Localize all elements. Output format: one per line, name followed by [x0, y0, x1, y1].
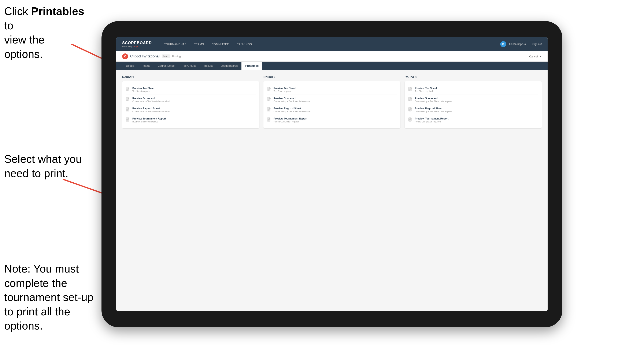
print-item-text-wrap: Preview Raguzzi SheetCourse setup + Tee … [132, 107, 170, 113]
document-icon [267, 107, 272, 113]
document-icon [408, 97, 413, 103]
document-icon [126, 117, 130, 123]
print-item-text-wrap: Preview ScorecardCourse setup + Tee Shee… [132, 97, 170, 103]
nav-committee[interactable]: COMMITTEE [208, 41, 233, 47]
powered-by-text: Powered by clippd [122, 45, 152, 47]
print-item-subtitle: Round Completion required [132, 121, 166, 123]
round-section-3: Round 3 Preview Tee SheetTee Sheet requi… [405, 75, 542, 128]
print-item-subtitle: Course setup + Tee Sheet data required [274, 110, 311, 113]
round-1-item-4[interactable]: Preview Tournament ReportRound Completio… [126, 115, 256, 125]
print-item-text-wrap: Preview ScorecardCourse setup + Tee Shee… [415, 97, 452, 103]
tablet-screen: SCOREBOARD Powered by clippd TOURNAMENTS… [116, 37, 548, 311]
cancel-button[interactable]: Cancel ✕ [529, 55, 542, 58]
print-item-subtitle: Course setup + Tee Sheet data required [132, 110, 170, 113]
header-right: B blair@clippd.io | Sign out [500, 41, 542, 47]
tab-teams[interactable]: Teams [138, 62, 154, 70]
document-icon [267, 97, 272, 103]
round-3-title: Round 3 [405, 75, 542, 79]
print-item-text-wrap: Preview Tee SheetTee Sheet required [415, 87, 437, 92]
round-1-item-3[interactable]: Preview Raguzzi SheetCourse setup + Tee … [126, 105, 256, 115]
round-1-item-2[interactable]: Preview ScorecardCourse setup + Tee Shee… [126, 95, 256, 105]
tablet-frame: SCOREBOARD Powered by clippd TOURNAMENTS… [102, 21, 562, 327]
print-item-text-wrap: Preview Tee SheetTee Sheet required [274, 87, 296, 92]
sign-out-link[interactable]: Sign out [532, 43, 542, 46]
round-2-card: Preview Tee SheetTee Sheet required Prev… [264, 81, 400, 128]
tournament-name: Clippd Invitational [130, 54, 160, 58]
round-1-title: Round 1 [122, 75, 259, 79]
tab-leaderboards[interactable]: Leaderboards [217, 62, 242, 70]
nav-tournaments[interactable]: TOURNAMENTS [160, 41, 190, 47]
main-content: Round 1 Preview Tee SheetTee Sheet requi… [116, 70, 548, 311]
tournament-header: C Clippd Invitational Men Hosting Cancel… [116, 51, 548, 62]
print-item-text-wrap: Preview Tournament ReportRound Completio… [274, 117, 307, 123]
tournament-logo: C [122, 53, 128, 59]
main-nav: TOURNAMENTS TEAMS COMMITTEE RANKINGS [160, 41, 500, 47]
print-item-title: Preview Tournament Report [132, 117, 166, 120]
hosting-badge: Hosting [172, 55, 181, 58]
brand-name: clippd [133, 45, 138, 47]
header-separator: | [529, 43, 530, 46]
print-item-subtitle: Round Completion required [415, 121, 448, 123]
print-item-text-wrap: Preview Tee SheetTee Sheet required [132, 87, 154, 92]
rounds-grid: Round 1 Preview Tee SheetTee Sheet requi… [122, 75, 542, 128]
print-item-subtitle: Course setup + Tee Sheet data required [132, 100, 170, 103]
tab-details[interactable]: Details [122, 62, 138, 70]
print-item-title: Preview Tee Sheet [274, 87, 296, 90]
app-header: SCOREBOARD Powered by clippd TOURNAMENTS… [116, 37, 548, 51]
tab-results[interactable]: Results [200, 62, 217, 70]
round-section-2: Round 2 Preview Tee SheetTee Sheet requi… [264, 75, 400, 128]
round-1-card: Preview Tee SheetTee Sheet required Prev… [122, 81, 259, 128]
print-item-subtitle: Course setup + Tee Sheet data required [274, 100, 311, 103]
tab-printables[interactable]: Printables [242, 62, 262, 70]
print-item-title: Preview Tee Sheet [415, 87, 437, 90]
document-icon [126, 87, 130, 92]
print-item-title: Preview Tournament Report [274, 117, 307, 120]
tabs-bar: Details Teams Course Setup Tee Groups Re… [116, 62, 548, 70]
print-item-subtitle: Tee Sheet required [132, 90, 154, 92]
round-3-item-2[interactable]: Preview ScorecardCourse setup + Tee Shee… [408, 95, 538, 105]
cancel-x-icon: ✕ [539, 55, 542, 58]
document-icon [408, 87, 413, 92]
print-item-title: Preview Scorecard [415, 97, 452, 100]
print-item-text-wrap: Preview Tournament ReportRound Completio… [132, 117, 166, 123]
round-3-card: Preview Tee SheetTee Sheet required Prev… [405, 81, 542, 128]
round-section-1: Round 1 Preview Tee SheetTee Sheet requi… [122, 75, 259, 128]
round-2-item-1[interactable]: Preview Tee SheetTee Sheet required [267, 85, 397, 95]
nav-rankings[interactable]: RANKINGS [233, 41, 256, 47]
instruction-text-3: Note: You mustcomplete thetournament set… [4, 263, 94, 332]
print-item-subtitle: Round Completion required [274, 121, 307, 123]
print-item-subtitle: Course setup + Tee Sheet data required [415, 110, 452, 113]
print-item-subtitle: Course setup + Tee Sheet data required [415, 100, 452, 103]
instruction-block-3: Note: You mustcomplete thetournament set… [4, 262, 102, 333]
document-icon [126, 107, 130, 113]
document-icon [267, 117, 272, 123]
print-item-subtitle: Tee Sheet required [415, 90, 437, 92]
document-icon [408, 117, 413, 123]
user-email: blair@clippd.io [509, 43, 526, 46]
print-item-title: Preview Raguzzi Sheet [132, 107, 170, 110]
print-item-title: Preview Raguzzi Sheet [274, 107, 311, 110]
print-item-title: Preview Scorecard [132, 97, 170, 100]
round-2-item-3[interactable]: Preview Raguzzi SheetCourse setup + Tee … [267, 105, 397, 115]
print-item-subtitle: Tee Sheet required [274, 90, 296, 92]
print-item-text-wrap: Preview Raguzzi SheetCourse setup + Tee … [415, 107, 452, 113]
tab-course-setup[interactable]: Course Setup [154, 62, 178, 70]
round-3-item-1[interactable]: Preview Tee SheetTee Sheet required [408, 85, 538, 95]
round-3-item-4[interactable]: Preview Tournament ReportRound Completio… [408, 115, 538, 125]
tab-tee-groups[interactable]: Tee Groups [178, 62, 200, 70]
document-icon [267, 87, 272, 92]
print-item-title: Preview Tee Sheet [132, 87, 154, 90]
scoreboard-logo: SCOREBOARD Powered by clippd [122, 41, 152, 47]
round-1-item-1[interactable]: Preview Tee SheetTee Sheet required [126, 85, 256, 95]
nav-teams[interactable]: TEAMS [190, 41, 208, 47]
print-item-title: Preview Raguzzi Sheet [415, 107, 452, 110]
tournament-gender-badge: Men [162, 54, 170, 58]
round-3-item-3[interactable]: Preview Raguzzi SheetCourse setup + Tee … [408, 105, 538, 115]
round-2-item-2[interactable]: Preview ScorecardCourse setup + Tee Shee… [267, 95, 397, 105]
print-item-text-wrap: Preview Tournament ReportRound Completio… [415, 117, 448, 123]
round-2-item-4[interactable]: Preview Tournament ReportRound Completio… [267, 115, 397, 125]
print-item-title: Preview Scorecard [274, 97, 311, 100]
app-title: SCOREBOARD [122, 41, 152, 45]
round-2-title: Round 2 [264, 75, 400, 79]
print-item-text-wrap: Preview ScorecardCourse setup + Tee Shee… [274, 97, 311, 103]
